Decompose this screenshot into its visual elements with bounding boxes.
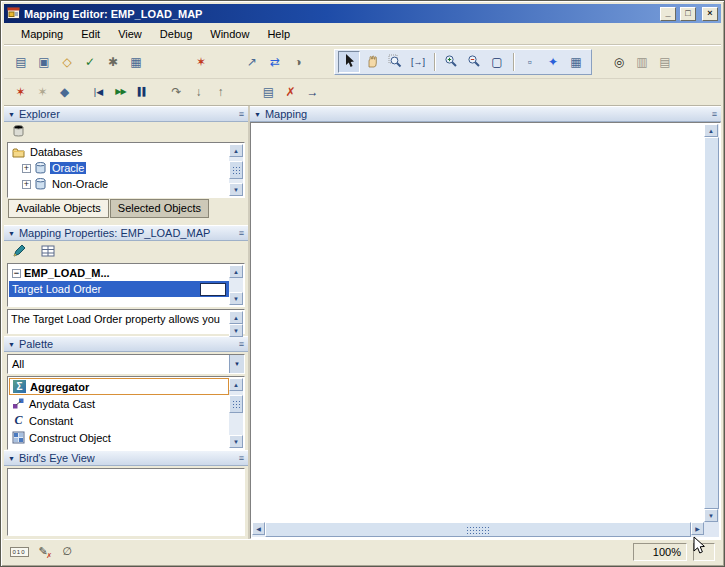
panel-menu-icon[interactable]: ≡ (239, 229, 244, 238)
debug-button[interactable]: ✶ (190, 51, 212, 73)
edit-mode-icon[interactable]: ✎✗ (34, 544, 52, 560)
scroll-up-icon[interactable]: ▲ (704, 124, 718, 137)
collapse-toggle-icon[interactable]: − (12, 269, 21, 278)
pause-button[interactable]: ▌▌ (132, 82, 153, 102)
palette-item-constant[interactable]: C Constant (9, 412, 229, 429)
zoom-select-tool-button[interactable] (384, 51, 406, 73)
pie-chart-button[interactable]: ◑ (287, 51, 309, 73)
exit-debug-button[interactable]: → (302, 82, 323, 102)
breakpoint-list-button[interactable]: ▤ (258, 82, 279, 102)
combo-dropdown-icon[interactable]: ▼ (229, 355, 244, 373)
title-bar[interactable]: Mapping Editor: EMP_LOAD_MAP _ □ × (4, 4, 721, 23)
tree-item-databases[interactable]: Databases (9, 144, 229, 160)
scroll-thumb[interactable] (229, 161, 243, 179)
scroll-down-icon[interactable]: ▼ (229, 292, 243, 305)
property-group-row[interactable]: − EMP_LOAD_M... (9, 265, 229, 281)
mapping-header[interactable]: ▼ Mapping ≡ (250, 106, 721, 122)
collapse-icon[interactable]: ▼ (8, 230, 15, 237)
canvas-vertical-scrollbar[interactable]: ▲ ▼ (704, 124, 719, 522)
tab-selected-objects[interactable]: Selected Objects (110, 199, 209, 218)
select-tool-button[interactable] (338, 51, 360, 73)
birds-eye-view[interactable] (7, 468, 245, 536)
clear-breakpoints-button[interactable]: ✗ (280, 82, 301, 102)
property-scrollbar[interactable]: ▲ ▼ (229, 265, 243, 305)
copy-button[interactable]: ▣ (33, 51, 55, 73)
scroll-thumb[interactable] (704, 137, 719, 509)
maximize-button[interactable]: □ (680, 7, 696, 21)
lineage-button[interactable]: ⇄ (264, 51, 286, 73)
palette-scrollbar[interactable]: ▲ ▼ (229, 378, 243, 448)
scroll-up-icon[interactable]: ▲ (229, 378, 243, 391)
zoom-fit-button[interactable]: ▢ (486, 51, 508, 73)
scroll-track[interactable] (229, 157, 243, 183)
palette-item-aggregator[interactable]: Σ Aggregator (9, 378, 229, 395)
close-button[interactable]: × (702, 7, 718, 21)
collapse-icon[interactable]: ▼ (254, 111, 261, 118)
menu-mapping[interactable]: Mapping (12, 25, 72, 43)
collapse-icon[interactable]: ▼ (8, 341, 15, 348)
scroll-thumb[interactable] (265, 522, 691, 537)
scroll-thumb[interactable] (229, 395, 243, 413)
validate-button[interactable]: ✓ (79, 51, 101, 73)
edit-property-button[interactable] (10, 243, 28, 261)
menu-edit[interactable]: Edit (72, 25, 109, 43)
tree-item-non-oracle[interactable]: + Non-Oracle (9, 176, 229, 192)
menu-debug[interactable]: Debug (151, 25, 201, 43)
menu-help[interactable]: Help (258, 25, 299, 43)
zoom-level[interactable]: 100% (633, 543, 687, 561)
zoom-in-button[interactable] (440, 51, 462, 73)
property-value-field[interactable] (200, 283, 226, 296)
expand-toggle-icon[interactable]: + (22, 180, 31, 189)
property-grid-button[interactable] (39, 243, 57, 261)
step-over-button[interactable]: ↷ (166, 82, 187, 102)
go-to-tool-button[interactable]: [→] (407, 51, 429, 73)
palette-filter-combo[interactable]: All ▼ (7, 354, 245, 374)
tab-available-objects[interactable]: Available Objects (8, 199, 109, 218)
center-view-button[interactable]: ◎ (608, 51, 630, 73)
copy-diagram-button[interactable]: ▥ (631, 51, 653, 73)
export-diagram-button[interactable]: ▤ (654, 51, 676, 73)
panel-menu-icon[interactable]: ≡ (239, 340, 244, 349)
tag-button[interactable]: ◇ (56, 51, 78, 73)
auto-layout-button[interactable]: ✦ (542, 51, 564, 73)
watch-button[interactable]: ◆ (54, 82, 75, 102)
scroll-down-icon[interactable]: ▼ (229, 183, 243, 196)
scroll-down-icon[interactable]: ▼ (229, 324, 243, 337)
palette-header[interactable]: ▼ Palette ≡ (4, 336, 248, 352)
palette-item-anydata-cast[interactable]: Anydata Cast (9, 395, 229, 412)
expand-toggle-icon[interactable]: + (22, 164, 31, 173)
collapse-icon[interactable]: ▼ (8, 111, 15, 118)
generate-button[interactable]: ✱ (102, 51, 124, 73)
select-region-button[interactable]: ▫ (519, 51, 541, 73)
palette-item-construct-object[interactable]: Construct Object (9, 429, 229, 446)
scroll-up-icon[interactable]: ▲ (229, 265, 243, 278)
pan-tool-button[interactable] (361, 51, 383, 73)
panel-menu-icon[interactable]: ≡ (239, 110, 244, 119)
collapse-icon[interactable]: ▼ (8, 455, 15, 462)
scroll-right-icon[interactable]: ▶ (691, 522, 704, 535)
debug-start-button[interactable]: ✶ (10, 82, 31, 102)
scroll-track[interactable] (229, 391, 243, 435)
data-viewer-icon[interactable]: 010 (10, 544, 28, 560)
resume-button[interactable]: ▶▶ (110, 82, 131, 102)
zoom-out-button[interactable] (463, 51, 485, 73)
panel-menu-icon[interactable]: ≡ (712, 110, 717, 119)
scroll-down-icon[interactable]: ▼ (229, 435, 243, 448)
scroll-up-icon[interactable]: ▲ (229, 311, 243, 324)
step-to-start-button[interactable]: |◀ (88, 82, 109, 102)
birds-eye-header[interactable]: ▼ Bird's Eye View ≡ (4, 450, 248, 466)
expand-nodes-button[interactable]: ▦ (565, 51, 587, 73)
properties-header[interactable]: ▼ Mapping Properties: EMP_LOAD_MAP ≡ (4, 225, 248, 241)
step-out-button[interactable]: ↑ (210, 82, 231, 102)
panel-menu-icon[interactable]: ≡ (239, 454, 244, 463)
minimize-button[interactable]: _ (660, 7, 676, 21)
mapping-canvas[interactable] (252, 124, 704, 522)
null-indicator-icon[interactable]: ∅ (58, 544, 76, 560)
property-row-target-load-order[interactable]: Target Load Order (9, 281, 229, 297)
dock-splitter[interactable] (4, 218, 248, 225)
step-into-button[interactable]: ↓ (188, 82, 209, 102)
scroll-up-icon[interactable]: ▲ (229, 144, 243, 157)
explorer-header[interactable]: ▼ Explorer ≡ (4, 106, 248, 122)
description-scrollbar[interactable]: ▲ ▼ (229, 311, 243, 332)
scroll-down-icon[interactable]: ▼ (704, 509, 718, 522)
